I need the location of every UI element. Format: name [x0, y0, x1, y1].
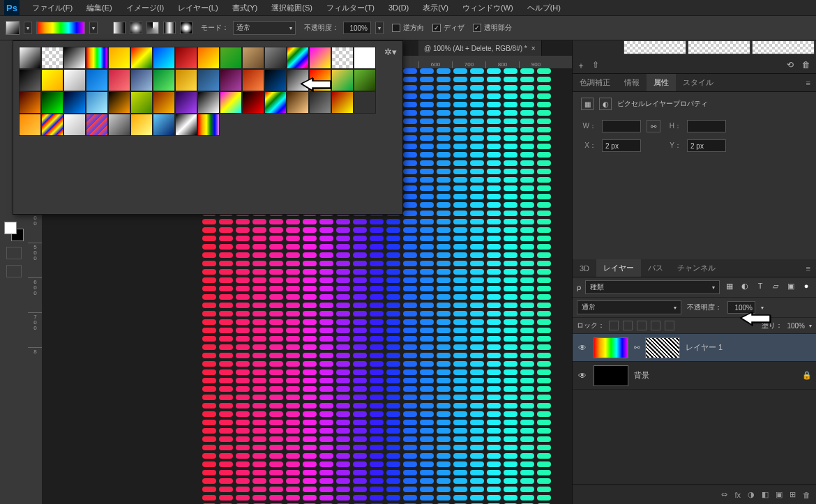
gradient-preset[interactable]	[175, 69, 197, 91]
menu-3d[interactable]: 3D(D)	[381, 3, 416, 12]
visibility-icon[interactable]: 👁	[577, 343, 588, 353]
menu-help[interactable]: ヘルプ(H)	[520, 3, 568, 13]
tab-info[interactable]: 情報	[617, 74, 647, 91]
filter-shape-icon[interactable]: ▱	[770, 282, 781, 293]
asset-thumb[interactable]	[624, 40, 686, 54]
gradient-preset[interactable]	[63, 91, 86, 114]
layer-item[interactable]: 👁 ⚯ レイヤー 1	[573, 334, 816, 362]
new-layer-icon[interactable]: ⊞	[789, 490, 796, 499]
gradient-preset[interactable]	[175, 91, 197, 114]
opacity-dropdown[interactable]: ▾	[375, 22, 384, 34]
layer-blendmode-select[interactable]: 通常▾	[577, 300, 681, 314]
tool-preset-swatch[interactable]	[6, 21, 20, 35]
gradient-preset[interactable]	[130, 69, 153, 91]
gradient-preset[interactable]	[287, 91, 309, 114]
tab-adjustments[interactable]: 色調補正	[573, 74, 617, 91]
gradient-preset[interactable]	[242, 69, 264, 91]
gradient-preset[interactable]	[354, 91, 376, 114]
gradient-preview[interactable]	[36, 22, 85, 34]
width-input[interactable]	[602, 120, 641, 132]
tab-paths[interactable]: パス	[641, 259, 670, 277]
gradient-preset[interactable]	[41, 69, 63, 91]
gradient-preset[interactable]	[19, 114, 41, 136]
opacity-value[interactable]: 100%	[343, 22, 371, 34]
gradient-preset[interactable]	[19, 47, 41, 69]
reflected-gradient-icon[interactable]	[163, 22, 176, 34]
asset-thumb[interactable]	[688, 40, 750, 54]
menu-view[interactable]: 表示(V)	[416, 3, 455, 13]
lock-image-icon[interactable]	[623, 321, 633, 330]
filter-adjust-icon[interactable]: ◐	[739, 282, 750, 293]
layer-item[interactable]: 👁 背景 🔒	[573, 362, 816, 390]
gradient-dropdown[interactable]: ▾	[89, 22, 98, 34]
gradient-preset[interactable]	[41, 91, 63, 114]
dither-checkbox[interactable]: ✓ディザ	[432, 23, 464, 33]
gradient-preset[interactable]	[130, 47, 153, 69]
gradient-preset[interactable]	[287, 69, 309, 91]
x-input[interactable]	[602, 139, 641, 152]
filter-smart-icon[interactable]: ▣	[785, 282, 796, 293]
gradient-preset[interactable]	[264, 69, 287, 91]
filter-type-icon[interactable]: T	[755, 282, 766, 293]
menu-image[interactable]: イメージ(I)	[119, 3, 171, 13]
gradient-preset[interactable]	[197, 47, 220, 69]
add-asset-icon[interactable]: ＋	[577, 60, 587, 70]
gradient-preset[interactable]	[287, 47, 309, 69]
gear-icon[interactable]: ✲▾	[384, 47, 397, 57]
gradient-preset[interactable]	[153, 114, 175, 136]
gradient-preset[interactable]	[309, 47, 331, 69]
gradient-picker-popup[interactable]: ✲▾	[13, 40, 403, 215]
gradient-preset[interactable]	[331, 91, 354, 114]
gradient-preset[interactable]	[108, 114, 130, 136]
height-input[interactable]	[687, 120, 726, 132]
angle-gradient-icon[interactable]	[146, 22, 159, 34]
link-layers-icon[interactable]: ⇔	[721, 490, 727, 499]
layer-name[interactable]: レイヤー 1	[686, 342, 723, 353]
reverse-checkbox[interactable]: 逆方向	[392, 23, 424, 33]
menu-window[interactable]: ウィンドウ(W)	[455, 3, 520, 13]
trash-icon[interactable]: 🗑	[802, 60, 812, 70]
layer-mask-thumbnail[interactable]	[645, 337, 680, 358]
menu-layer[interactable]: レイヤー(L)	[171, 3, 225, 13]
tab-styles[interactable]: スタイル	[676, 74, 720, 91]
lock-position-icon[interactable]	[637, 321, 647, 330]
filter-toggle-icon[interactable]: ●	[801, 282, 812, 293]
screenmode-icon[interactable]	[6, 265, 22, 277]
lock-artboard-icon[interactable]	[651, 321, 660, 330]
mask-link-icon[interactable]: ⚯	[634, 344, 640, 351]
gradient-preset[interactable]	[19, 69, 41, 91]
gradient-preset[interactable]	[86, 69, 108, 91]
gradient-preset[interactable]	[242, 91, 264, 114]
layer-name[interactable]: 背景	[634, 370, 649, 381]
gradient-preset[interactable]	[19, 91, 41, 114]
blend-mode-select[interactable]: 通常▾	[233, 21, 296, 35]
transparency-checkbox[interactable]: ✓透明部分	[473, 23, 512, 33]
layer-thumbnail[interactable]	[594, 337, 628, 358]
gradient-preset[interactable]	[309, 91, 331, 114]
gradient-preset[interactable]	[63, 69, 86, 91]
quickmask-icon[interactable]	[6, 247, 22, 259]
tab-3d[interactable]: 3D	[573, 259, 596, 277]
gradient-preset[interactable]	[197, 114, 220, 136]
close-tab-icon[interactable]: ×	[531, 45, 536, 52]
lock-all-icon[interactable]	[665, 321, 674, 330]
gradient-preset[interactable]	[242, 47, 264, 69]
gradient-preset[interactable]	[220, 69, 242, 91]
tab-layers[interactable]: レイヤー	[596, 259, 641, 277]
gradient-preset[interactable]	[153, 91, 175, 114]
menu-filter[interactable]: フィルター(T)	[319, 3, 381, 13]
gradient-preset[interactable]	[41, 114, 63, 136]
fill-value[interactable]: 100%	[787, 322, 805, 330]
link-wh-icon[interactable]: ⚯	[647, 120, 660, 132]
gradient-preset[interactable]	[197, 91, 220, 114]
tab-channels[interactable]: チャンネル	[670, 259, 723, 277]
upload-asset-icon[interactable]: ⇧	[592, 60, 602, 70]
gradient-preset[interactable]	[108, 91, 130, 114]
lock-transparent-icon[interactable]	[609, 321, 619, 330]
diamond-gradient-icon[interactable]	[180, 22, 192, 34]
fx-icon[interactable]: fx	[734, 491, 741, 499]
foreground-background-swatches[interactable]	[4, 222, 24, 241]
gradient-preset[interactable]	[153, 69, 175, 91]
panel-menu-icon[interactable]: ≡	[801, 74, 816, 91]
tool-preset-dropdown[interactable]: ▾	[24, 22, 32, 34]
